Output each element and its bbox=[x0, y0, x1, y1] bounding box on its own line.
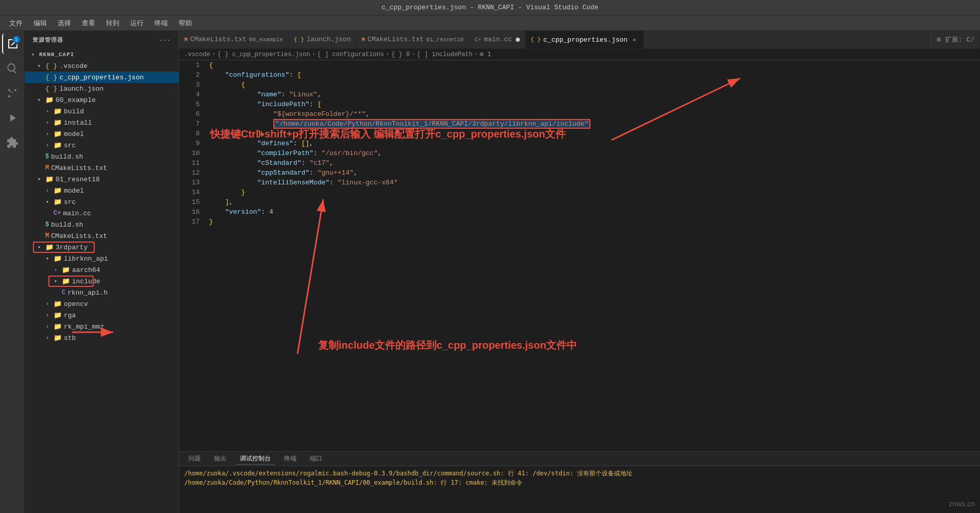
menu-item-查看[interactable]: 查看 bbox=[78, 17, 99, 29]
tree-item-cmake-00[interactable]: M CMakeLists.txt bbox=[25, 162, 179, 174]
tree-item-aarch64[interactable]: › 📁 aarch64 bbox=[25, 264, 179, 276]
tabs-bar: M CMakeLists.txt 00_example { } launch.j… bbox=[179, 31, 980, 49]
tree-item-vscode[interactable]: ▾ { } .vscode bbox=[25, 60, 179, 72]
tree-item-install[interactable]: › 📁 install bbox=[25, 117, 179, 128]
chevron-icon-include: ▾ bbox=[51, 277, 60, 285]
tab-cmake-00-label: CMakeLists.txt bbox=[190, 36, 247, 43]
tree-item-stb[interactable]: › 📁 stb bbox=[25, 332, 179, 344]
chevron-right-build: › bbox=[43, 107, 51, 115]
tree-item-src2[interactable]: ▾ 📁 src bbox=[25, 196, 179, 208]
menu-item-编辑[interactable]: 编辑 bbox=[29, 17, 51, 29]
tree-item-build-sh[interactable]: $ build.sh bbox=[25, 151, 179, 162]
menu-item-选择[interactable]: 选择 bbox=[54, 17, 75, 29]
tab-main-cc[interactable]: C+ main.cc bbox=[469, 31, 526, 48]
tab-launch-label: launch.json bbox=[307, 36, 351, 43]
model2-label: model bbox=[64, 187, 84, 195]
folder-icon-opencv: 📁 bbox=[54, 300, 62, 308]
tree-item-rknn-api-h[interactable]: C rknn_api.h bbox=[25, 287, 179, 298]
main-layout: 1 资源管理器 ··· ▾ RKNN_CAPI ▾ bbox=[0, 31, 980, 513]
stb-label: stb bbox=[64, 334, 76, 342]
sidebar: 资源管理器 ··· ▾ RKNN_CAPI ▾ { } .vscode { } … bbox=[25, 31, 179, 513]
activity-bar: 1 bbox=[0, 31, 25, 513]
menu-item-运行[interactable]: 运行 bbox=[126, 17, 148, 29]
folder-icon-librknn: 📁 bbox=[54, 254, 62, 263]
tree-item-cmake-01[interactable]: M CMakeLists.txt bbox=[25, 230, 179, 242]
folder-icon-stb: 📁 bbox=[54, 334, 62, 342]
tree-item-build-sh2[interactable]: $ build.sh bbox=[25, 219, 179, 230]
cmake-tab-icon-01: M bbox=[361, 37, 365, 43]
c-icon-rknn: C bbox=[62, 289, 65, 296]
menu-item-终端[interactable]: 终端 bbox=[150, 17, 172, 29]
activity-run-debug[interactable] bbox=[2, 108, 23, 128]
menubar: 文件编辑选择查看转到运行终端帮助 bbox=[0, 15, 980, 31]
terminal-tab-output[interactable]: 输出 bbox=[210, 453, 231, 464]
include-label: include bbox=[72, 278, 100, 285]
folder-icon-aarch64: 📁 bbox=[62, 266, 70, 274]
terminal-tab-port[interactable]: 端口 bbox=[306, 453, 326, 464]
tree-item-opencv[interactable]: › 📁 opencv bbox=[25, 298, 179, 310]
explorer-badge: 1 bbox=[13, 36, 20, 43]
chevron-right-stb: › bbox=[43, 334, 51, 342]
chevron-right-rga: › bbox=[43, 311, 51, 319]
breadcrumb-sep5: › bbox=[475, 52, 478, 57]
breadcrumb: .vscode › { } c_cpp_properties.json › [ … bbox=[179, 49, 980, 60]
sidebar-header: 资源管理器 ··· bbox=[25, 31, 179, 49]
terminal-tab-debug[interactable]: 调试控制台 bbox=[236, 453, 275, 465]
tab-extensions-placeholder[interactable]: ⊞ 扩展: C/ bbox=[931, 31, 980, 48]
terminal-line-2: /home/zuoka/Code/Python/RknnToolkit_1/RK… bbox=[184, 478, 975, 487]
sidebar-more-icon[interactable]: ··· bbox=[159, 37, 171, 43]
folder-icon-model2: 📁 bbox=[54, 186, 62, 195]
titlebar-text: c_cpp_properties.json - RKNN_CAPI - Visu… bbox=[381, 4, 598, 11]
extensions-tab-label: ⊞ 扩展: C/ bbox=[937, 35, 974, 44]
folder-icon-rk-mpi: 📁 bbox=[54, 322, 62, 331]
tree-item-rga[interactable]: › 📁 rga bbox=[25, 310, 179, 321]
install-label: install bbox=[64, 119, 92, 127]
activity-search[interactable] bbox=[2, 58, 23, 79]
menu-item-帮助[interactable]: 帮助 bbox=[174, 17, 196, 29]
tree-item-main-cc[interactable]: C+ main.cc bbox=[25, 208, 179, 219]
rk-mpi-label: rk_mpi_mmz bbox=[64, 323, 104, 331]
menu-item-文件[interactable]: 文件 bbox=[5, 17, 27, 29]
chevron-down-icon-vscode: ▾ bbox=[35, 62, 43, 70]
vscode-label: .vscode bbox=[59, 62, 87, 70]
chevron-right-model2: › bbox=[43, 186, 51, 195]
tree-item-include[interactable]: ▾ 📁 include bbox=[25, 276, 179, 287]
terminal-tab-problems[interactable]: 问题 bbox=[184, 453, 205, 464]
tab-close-icon[interactable]: ✕ bbox=[630, 36, 638, 44]
tree-item-model2[interactable]: › 📁 model bbox=[25, 185, 179, 196]
terminal-tab-terminal[interactable]: 终端 bbox=[280, 453, 301, 464]
chevron-right-model: › bbox=[43, 130, 51, 138]
tree-item-rk-mpi-mmz[interactable]: › 📁 rk_mpi_mmz bbox=[25, 321, 179, 332]
tree-item-model[interactable]: › 📁 model bbox=[25, 128, 179, 140]
breadcrumb-file: { } c_cpp_properties.json bbox=[217, 51, 310, 58]
folder-icon-01resnet: 📁 bbox=[45, 175, 54, 183]
breadcrumb-includepath: [ ] includePath bbox=[417, 51, 472, 58]
activity-extensions[interactable] bbox=[2, 132, 23, 153]
activity-source-control[interactable] bbox=[2, 83, 23, 104]
chevron-icon-3rdparty: ▾ bbox=[35, 243, 43, 251]
tree-item-3rdparty[interactable]: ▾ 📁 3rdparty bbox=[25, 242, 179, 253]
tab-cmake-01[interactable]: M CMakeLists.txt 01_resnet18 bbox=[356, 31, 469, 48]
rknn-api-h-label: rknn_api.h bbox=[67, 289, 108, 297]
c-cpp-properties-label: c_cpp_properties.json bbox=[59, 74, 144, 81]
tab-cmake-00[interactable]: M CMakeLists.txt 00_example bbox=[179, 31, 289, 48]
tree-item-rknn-capi[interactable]: ▾ RKNN_CAPI bbox=[25, 49, 179, 60]
tab-launch-json[interactable]: { } launch.json bbox=[289, 31, 357, 48]
menu-item-转到[interactable]: 转到 bbox=[102, 17, 124, 29]
activity-explorer[interactable]: 1 bbox=[2, 33, 23, 54]
tree-item-launch-json[interactable]: { } launch.json bbox=[25, 83, 179, 94]
breadcrumb-sep3: › bbox=[386, 52, 389, 57]
json-file-icon: { } bbox=[45, 74, 57, 81]
tree-item-01-resnet18[interactable]: ▾ 📁 01_resnet18 bbox=[25, 174, 179, 185]
src2-label: src bbox=[64, 198, 76, 206]
tree-item-src[interactable]: › 📁 src bbox=[25, 140, 179, 151]
tab-c-cpp-properties[interactable]: { } c_cpp_properties.json ✕ bbox=[526, 31, 644, 48]
tree-item-00-example[interactable]: ▾ 📁 00_example bbox=[25, 94, 179, 106]
tree-item-c-cpp-properties[interactable]: { } c_cpp_properties.json bbox=[25, 72, 179, 83]
cmake-icon-01: M bbox=[45, 232, 49, 240]
tree-item-build[interactable]: › 📁 build bbox=[25, 106, 179, 117]
tree-item-librknn[interactable]: ▾ 📁 librknn_api bbox=[25, 253, 179, 264]
folder-icon-00example: 📁 bbox=[45, 96, 54, 104]
code-content[interactable]: { "configurations": [ { "name": "Linux",… bbox=[204, 60, 980, 451]
svg-point-1 bbox=[14, 89, 16, 91]
